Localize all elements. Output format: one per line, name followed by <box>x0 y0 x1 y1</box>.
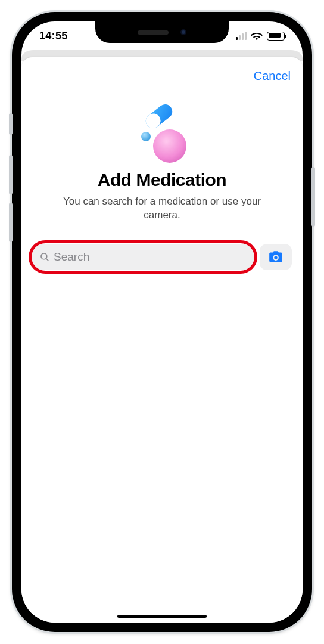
side-button <box>311 167 315 227</box>
page-title: Add Medication <box>98 170 226 190</box>
volume-down-button <box>9 203 13 242</box>
sheet-nav: Cancel <box>32 66 292 86</box>
search-input[interactable] <box>54 250 247 264</box>
svg-point-4 <box>141 132 151 141</box>
wifi-icon <box>251 30 263 42</box>
medication-hero-icon <box>126 98 198 164</box>
screen: 14:55 Cancel <box>21 21 303 623</box>
svg-point-0 <box>153 129 186 163</box>
modal-sheet: Cancel <box>21 57 303 623</box>
search-highlight <box>32 244 254 270</box>
cell-signal-icon <box>236 32 247 40</box>
camera-icon <box>268 249 284 265</box>
svg-line-6 <box>46 258 48 261</box>
clock: 14:55 <box>39 30 68 42</box>
front-camera <box>180 29 186 35</box>
speaker-grille <box>138 30 169 35</box>
mute-switch <box>9 113 13 135</box>
cancel-button[interactable]: Cancel <box>253 66 292 86</box>
notch <box>95 21 229 43</box>
search-field[interactable] <box>32 244 254 270</box>
volume-up-button <box>9 155 13 194</box>
battery-icon <box>267 32 285 41</box>
search-icon <box>39 252 50 262</box>
page-subtitle: You can search for a medication or use y… <box>55 195 269 222</box>
phone-frame: 14:55 Cancel <box>12 12 312 632</box>
camera-button[interactable] <box>260 244 292 270</box>
home-indicator[interactable] <box>117 615 207 618</box>
